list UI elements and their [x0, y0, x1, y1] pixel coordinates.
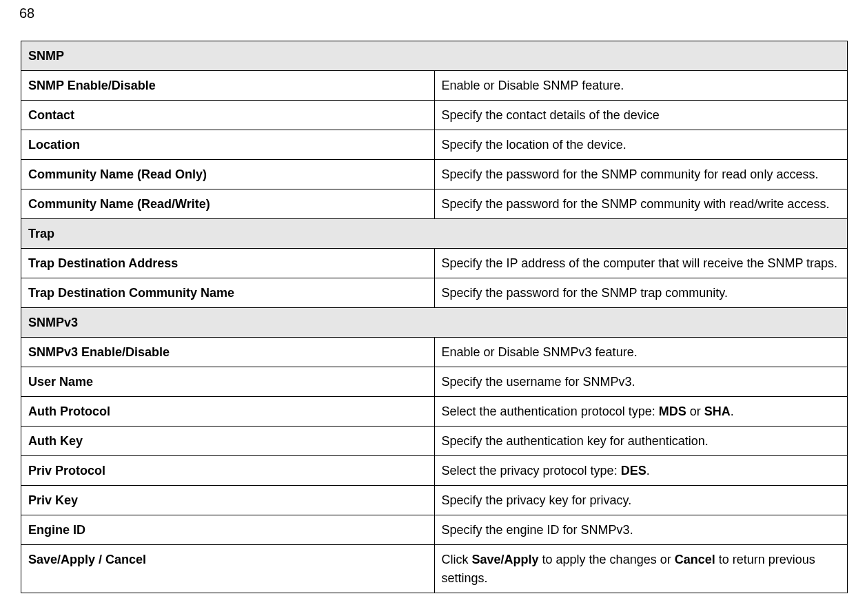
row-label: Auth Key: [21, 427, 435, 456]
text: Select the privacy protocol type:: [442, 464, 621, 478]
table-row: Priv ProtocolSelect the privacy protocol…: [21, 456, 848, 486]
table-row: Trap Destination AddressSpecify the IP a…: [21, 249, 848, 278]
table-row: User NameSpecify the username for SNMPv3…: [21, 367, 848, 397]
row-label: Priv Key: [21, 486, 435, 515]
table-row: Engine IDSpecify the engine ID for SNMPv…: [21, 515, 848, 545]
text: Specify the password for the SNMP commun…: [442, 197, 830, 211]
text: .: [646, 464, 650, 478]
table-row: SNMP Enable/DisableEnable or Disable SNM…: [21, 71, 848, 101]
table-row: ContactSpecify the contact details of th…: [21, 101, 848, 130]
table-row: Community Name (Read Only)Specify the pa…: [21, 160, 848, 189]
text: Specify the password for the SNMP commun…: [442, 167, 819, 181]
row-label: Trap Destination Community Name: [21, 278, 435, 308]
table-row: Auth KeySpecify the authentication key f…: [21, 427, 848, 456]
text: Enable or Disable SNMPv3 feature.: [442, 345, 638, 359]
page-number: 68: [19, 6, 852, 21]
bold-text: Cancel: [675, 553, 715, 566]
text: Specify the contact details of the devic…: [442, 108, 660, 122]
row-label: Auth Protocol: [21, 397, 435, 427]
text: .: [731, 404, 734, 418]
row-description: Specify the authentication key for authe…: [434, 427, 848, 456]
section-header-trap: Trap: [21, 219, 848, 249]
row-label: SNMP Enable/Disable: [21, 71, 435, 101]
text: Specify the authentication key for authe…: [442, 434, 709, 448]
table-row: Save/Apply / CancelClick Save/Apply to a…: [21, 545, 848, 593]
row-description: Click Save/Apply to apply the changes or…: [434, 545, 848, 593]
table-row: Community Name (Read/Write)Specify the p…: [21, 189, 848, 219]
text: Specify the privacy key for privacy.: [442, 493, 632, 507]
table-row: LocationSpecify the location of the devi…: [21, 130, 848, 160]
text: to apply the changes or: [539, 553, 675, 566]
text: Specify the location of the device.: [442, 138, 626, 152]
row-description: Enable or Disable SNMP feature.: [434, 71, 848, 101]
row-description: Specify the username for SNMPv3.: [434, 367, 848, 397]
row-description: Specify the engine ID for SNMPv3.: [434, 515, 848, 545]
table-row: SNMPv3 Enable/DisableEnable or Disable S…: [21, 338, 848, 367]
section-header-snmpv3: SNMPv3: [21, 308, 848, 338]
text: Specify the IP address of the computer t…: [442, 256, 838, 270]
bold-text: Save/Apply: [472, 553, 539, 566]
row-label: User Name: [21, 367, 435, 397]
text: Select the authentication protocol type:: [442, 404, 659, 418]
row-label: SNMPv3 Enable/Disable: [21, 338, 435, 367]
row-description: Specify the privacy key for privacy.: [434, 486, 848, 515]
table-row: Auth ProtocolSelect the authentication p…: [21, 397, 848, 427]
row-description: Enable or Disable SNMPv3 feature.: [434, 338, 848, 367]
row-description: Specify the IP address of the computer t…: [434, 249, 848, 278]
bold-text: DES: [621, 464, 646, 478]
text: Specify the username for SNMPv3.: [442, 375, 635, 389]
row-description: Select the privacy protocol type: DES.: [434, 456, 848, 486]
row-label: Community Name (Read/Write): [21, 189, 435, 219]
row-label: Contact: [21, 101, 435, 130]
text: Enable or Disable SNMP feature.: [442, 79, 624, 92]
row-description: Specify the location of the device.: [434, 130, 848, 160]
row-label: Engine ID: [21, 515, 435, 545]
bold-text: MDS: [659, 404, 686, 418]
row-label: Location: [21, 130, 435, 160]
row-description: Specify the password for the SNMP commun…: [434, 160, 848, 189]
row-description: Specify the contact details of the devic…: [434, 101, 848, 130]
row-description: Select the authentication protocol type:…: [434, 397, 848, 427]
text: Specify the engine ID for SNMPv3.: [442, 523, 633, 537]
text: or: [686, 404, 704, 418]
table-row: Trap Destination Community NameSpecify t…: [21, 278, 848, 308]
row-label: Trap Destination Address: [21, 249, 435, 278]
text: Click: [442, 553, 472, 566]
row-label: Community Name (Read Only): [21, 160, 435, 189]
row-label: Priv Protocol: [21, 456, 435, 486]
row-description: Specify the password for the SNMP commun…: [434, 189, 848, 219]
text: Specify the password for the SNMP trap c…: [442, 286, 728, 300]
row-description: Specify the password for the SNMP trap c…: [434, 278, 848, 308]
row-label: Save/Apply / Cancel: [21, 545, 435, 593]
section-header-snmp: SNMP: [21, 41, 848, 71]
settings-table: SNMPSNMP Enable/DisableEnable or Disable…: [21, 41, 848, 593]
bold-text: SHA: [704, 404, 731, 418]
table-row: Priv KeySpecify the privacy key for priv…: [21, 486, 848, 515]
